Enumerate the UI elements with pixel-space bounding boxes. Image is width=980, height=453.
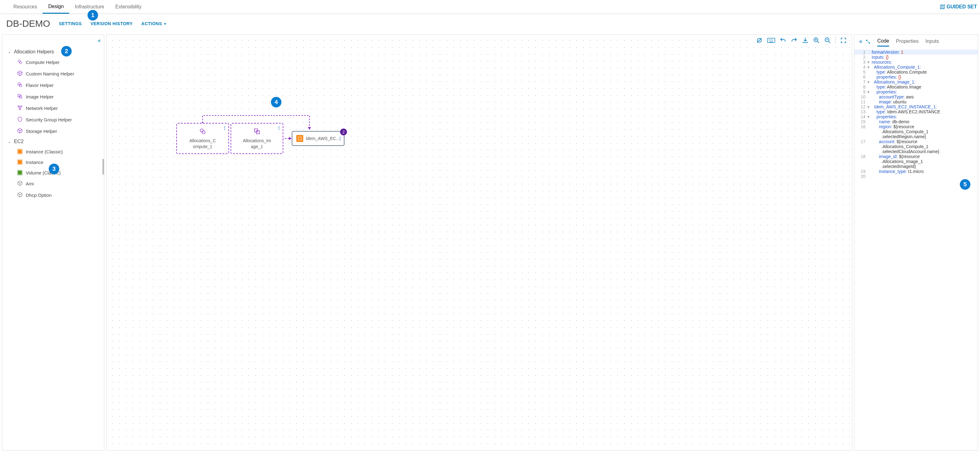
cube-icon xyxy=(17,128,23,134)
callout-4: 4 xyxy=(271,97,282,107)
palette-item[interactable]: Compute Helper xyxy=(2,56,104,68)
code-line[interactable]: 13 type: Idem.AWS.EC2.INSTANCE xyxy=(854,109,978,114)
connector-compute-to-ec2 xyxy=(107,35,355,190)
palette-item-label: Image Helper xyxy=(26,94,54,99)
node-badge: 2 xyxy=(340,129,347,136)
image-icon xyxy=(17,94,23,100)
redo-icon[interactable] xyxy=(791,37,797,44)
callout-2: 2 xyxy=(61,46,72,56)
node-label: Allocations_Compute_1 xyxy=(189,138,216,149)
palette-item[interactable]: Image Helper xyxy=(2,91,104,102)
node-actions-icon[interactable]: ⋮ xyxy=(277,126,281,131)
palette-item[interactable]: Dhcp Option xyxy=(2,190,104,201)
compute-helper-icon xyxy=(199,128,206,136)
undo-icon[interactable] xyxy=(780,37,786,44)
code-line[interactable]: 14▾ properties: xyxy=(854,114,978,119)
palette-group-label: EC2 xyxy=(14,139,24,144)
code-line[interactable]: .Allocations_Image_1 xyxy=(854,159,978,164)
code-line[interactable]: 19 instance_type: t1.micro xyxy=(854,169,978,174)
svg-point-4 xyxy=(18,105,19,107)
code-line[interactable]: 3▾resources: xyxy=(854,60,978,65)
cube-gray-icon xyxy=(17,192,23,198)
code-tab-inputs[interactable]: Inputs xyxy=(925,38,939,46)
fullscreen-icon[interactable] xyxy=(840,37,847,44)
guided-setup-label: GUIDED SET xyxy=(947,4,977,10)
palette-item-label: Flavor Helper xyxy=(26,83,54,88)
expand-panel-icon[interactable] xyxy=(865,39,870,45)
node-actions-icon[interactable]: ⋮ xyxy=(223,126,226,131)
code-line[interactable]: 17 account: ${resource xyxy=(854,139,978,144)
design-canvas[interactable]: 4 xyxy=(106,35,852,450)
settings-link[interactable]: SETTINGS xyxy=(59,21,82,26)
code-line[interactable]: 6 properties: {} xyxy=(854,75,978,80)
palette-item[interactable]: Ami xyxy=(2,178,104,190)
zoom-in-icon[interactable] xyxy=(813,37,820,44)
code-line[interactable]: 10 accountType: aws xyxy=(854,94,978,99)
aws-orange-icon xyxy=(17,159,23,165)
code-tab-properties[interactable]: Properties xyxy=(896,38,918,46)
palette-item-label: Custom Naming Helper xyxy=(26,71,74,77)
collapse-panel-icon[interactable] xyxy=(858,39,863,45)
palette-item-label: Dhcp Option xyxy=(26,193,51,198)
code-tab-code[interactable]: Code xyxy=(877,38,889,46)
code-line[interactable]: .Allocations_Compute_1 xyxy=(854,129,978,134)
palette-group-allocation-helpers[interactable]: ⌄ Allocation Helpers 2 xyxy=(2,47,104,56)
scrollbar-indicator[interactable] xyxy=(102,159,104,174)
download-icon[interactable] xyxy=(802,37,809,44)
palette-item[interactable]: Storage Helper xyxy=(2,126,104,137)
canvas-node-allocations-image[interactable]: ⋮ Allocations_Image_1 xyxy=(231,123,283,154)
palette-group-label: Allocation Helpers xyxy=(14,49,54,55)
code-line[interactable]: .selectedRegion.name} xyxy=(854,134,978,139)
resource-palette: « ⌄ Allocation Helpers 2 Compute HelperC… xyxy=(2,35,104,450)
code-line[interactable]: 20 xyxy=(854,174,978,179)
code-line[interactable]: 15 name: db-demo xyxy=(854,119,978,124)
guided-setup-link[interactable]: GUIDED SET xyxy=(940,4,977,10)
flavor-icon xyxy=(17,82,23,88)
code-line[interactable]: 8 type: Allocations.Image xyxy=(854,85,978,89)
code-editor[interactable]: 1formatVersion: 12inputs: {}3▾resources:… xyxy=(854,50,978,179)
palette-item[interactable]: Flavor Helper xyxy=(2,80,104,91)
palette-item[interactable]: Custom Naming Helper xyxy=(2,68,104,80)
divider xyxy=(835,37,836,44)
actions-menu[interactable]: ACTIONS xyxy=(142,21,167,26)
nav-tab-design[interactable]: Design xyxy=(43,0,69,14)
code-line[interactable]: 7▾ Allocations_Image_1: xyxy=(854,80,978,85)
code-line[interactable]: 11 image: ubuntu xyxy=(854,99,978,104)
code-line[interactable]: .selectedCloudAccount.name} xyxy=(854,149,978,154)
callout-3: 3 xyxy=(49,164,59,174)
palette-group-ec2[interactable]: ⌄ EC2 xyxy=(2,137,104,146)
nav-tab-resources[interactable]: Resources xyxy=(8,0,43,14)
code-line[interactable]: 4▾ Allocations_Compute_1: xyxy=(854,65,978,70)
code-line[interactable]: 12▾ Idem_AWS_EC2_INSTANCE_1: xyxy=(854,104,978,109)
image-helper-icon xyxy=(253,128,261,136)
zoom-out-icon[interactable] xyxy=(824,37,831,44)
svg-rect-9 xyxy=(18,171,22,175)
canvas-node-allocations-compute[interactable]: ⋮ Allocations_Compute_1 xyxy=(176,123,229,154)
collapse-sidebar-icon[interactable]: « xyxy=(98,37,101,44)
code-line[interactable]: .selectedImageId} xyxy=(854,164,978,169)
palette-item[interactable]: Network Helper xyxy=(2,102,104,114)
palette-item-label: Storage Helper xyxy=(26,129,57,134)
code-line[interactable]: .Allocations_Compute_1 xyxy=(854,144,978,149)
code-line[interactable]: 16 region: ${resource xyxy=(854,124,978,129)
palette-item[interactable]: Security Group Helper xyxy=(2,114,104,126)
aws-orange-icon xyxy=(17,149,23,154)
svg-rect-2 xyxy=(18,94,21,97)
code-line[interactable]: 2inputs: {} xyxy=(854,55,978,60)
code-line[interactable]: 5 type: Allocations.Compute xyxy=(854,70,978,75)
palette-item[interactable]: Instance (Classic) xyxy=(2,146,104,157)
version-history-link[interactable]: VERSION HISTORY xyxy=(91,21,133,26)
keyboard-icon[interactable] xyxy=(767,37,775,43)
code-line[interactable]: 18 image_id: ${resource xyxy=(854,154,978,159)
canvas-node-idem-aws-ec2[interactable]: 2 Idem_AWS_EC... ⋮ xyxy=(292,131,344,146)
svg-point-19 xyxy=(202,131,205,134)
svg-rect-20 xyxy=(255,129,258,132)
node-actions-icon[interactable]: ⋮ xyxy=(338,136,342,141)
toggle-view-icon[interactable] xyxy=(756,37,763,44)
cube-gray-icon xyxy=(17,180,23,187)
code-line[interactable]: 9▾ properties: xyxy=(854,89,978,94)
svg-point-6 xyxy=(19,108,21,110)
code-line[interactable]: 1formatVersion: 1 xyxy=(854,50,978,55)
nav-tab-extensibility[interactable]: Extensibility xyxy=(110,0,147,14)
map-icon xyxy=(940,4,945,10)
